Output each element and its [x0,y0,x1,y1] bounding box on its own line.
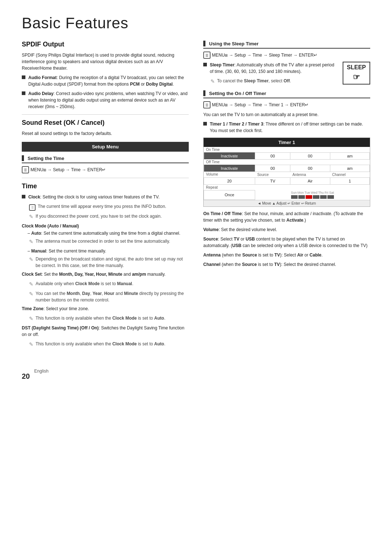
setting-time-heading: Setting the Time [22,155,189,163]
clock-bullet-text: Clock: Setting the clock is for using va… [28,194,160,200]
source-val: TV [255,177,290,184]
volume-detail: Volume: Set the desired volume level. [203,226,370,233]
off-inactivate-btn[interactable]: Inactivate [204,165,255,172]
on-min: 00 [290,152,330,159]
page-title: Basic Features [22,15,370,32]
repeat-label: Repeat [204,184,370,190]
sound-reset-title: Sound Reset (OK / Cancel) [22,119,189,127]
sound-reset-desc: Reset all sound settings to the factory … [22,130,189,137]
right-column: Using the Sleep Timer ☰ MENU⊞ → Setup → … [203,41,370,350]
section-bar-3 [203,90,205,96]
auto-item: Auto: Set the current time automatically… [28,230,189,237]
day-sat: Sat [329,191,334,194]
menu-icon: ☰ [22,166,29,173]
bullet-icon [22,195,25,198]
month-day-note: ✎ You can set the Month, Day, Year, Hour… [29,290,189,303]
clock-bullet: Clock: Setting the clock is for using va… [22,194,189,200]
spdif-bullet-1-text: Audio Format: During the reception of a … [28,74,189,87]
sleep-bullet: Sleep Timer: Automatically shuts off the… [203,62,339,75]
off-ampm: am [330,165,369,172]
sleep-box: SLEEP ☞ [343,62,370,85]
timer-table-title: Timer 1 [204,138,370,147]
day-box-mon [298,195,305,199]
section-bar [22,155,24,161]
clock-note-1: ☰ The current time will appear every tim… [29,203,189,211]
clock-note-2: ✎ If you disconnect the power cord, you … [29,213,189,221]
on-off-desc: You can set the TV to turn on automatica… [203,111,370,118]
spdif-title: SPDIF Output [22,41,189,48]
on-inactivate-btn[interactable]: Inactivate [204,152,255,159]
on-hour: 00 [255,152,290,159]
setting-time-path-text: MENU⊞ → Setup → Time → ENTER↵ [30,167,106,172]
day-fri: Fri [324,191,328,194]
antenna-detail: Antenna (when the Source is set to TV): … [203,252,370,258]
page-number: 20 [22,372,30,381]
channel-label: Channel [330,172,369,177]
auto-note: ✎ The antenna must be connected in order… [29,238,189,246]
day-wed: Wed [311,191,317,194]
source-detail: Source: Select TV or USB content to be p… [203,236,370,249]
setting-time-path: ☰ MENU⊞ → Setup → Time → ENTER↵ [22,166,189,173]
off-hour: 00 [255,165,290,172]
menu-icon-onoff: ☰ [203,101,211,108]
source-label: Source [255,172,290,177]
timer-bullet: Timer 1 / Timer 2 / Timer 3: Three diffe… [203,121,370,134]
day-box-sat [327,195,334,199]
day-box-thu [313,195,319,199]
day-tue: Tue [305,191,310,194]
timer-bullet-text: Timer 1 / Timer 2 / Timer 3: Three diffe… [210,121,370,134]
day-box-fri [320,195,327,199]
bullet-icon [22,75,25,79]
spdif-bullet-1: Audio Format: During the reception of a … [22,74,189,87]
sleep-bullet-text: Sleep Timer: Automatically shuts off the… [210,62,339,75]
on-time-label: On Time [204,147,255,152]
bullet-icon [22,91,25,95]
off-time-label: Off Time [204,159,255,165]
section-bar-2 [203,41,205,46]
page-number-area: 20 English [22,361,370,381]
spdif-bullet-2-text: Audio Delay: Correct audio-video sync pr… [28,90,189,110]
dst-note: ✎ This function is only available when t… [29,341,189,348]
spdif-intro: SPDIF (Sony Philips Digital Interface) i… [22,52,189,71]
day-mon: Mon [298,191,304,194]
note-icon-2: ✎ [29,213,33,221]
time-zone-text: Time Zone: Select your time zone. [22,305,189,312]
repeat-once: Once [204,190,255,200]
menu-icon-sleep: ☰ [203,52,211,59]
timer-table: Timer 1 On Time Inactivate 00 00 am Off … [203,137,370,207]
sleep-timer-path: ☰ MENU⊞ → Setup → Time → Sleep Timer → E… [203,52,370,59]
timer-footer: ◄ Move ▲ Adjust ↵ Enter ↩ Return [204,200,370,206]
clock-set-note: ✎ Available only when Clock Mode is set … [29,280,189,288]
hand-icon: ☞ [347,72,366,83]
day-thu: Thu [318,191,324,194]
volume-val: 20 [204,177,255,184]
bullet-icon-sleep [203,63,207,66]
sleep-box-label: SLEEP [347,64,366,71]
left-column: SPDIF Output SPDIF (Sony Philips Digital… [22,41,189,350]
day-box-wed [306,195,312,199]
clock-set-text: Clock Set: Set the Month, Day, Year, Hou… [22,271,189,278]
page-lang-label: English [34,369,48,374]
channel-val: 1 [330,177,369,184]
day-box-sun [291,195,298,199]
info-icon: ☰ [29,204,36,211]
clock-mode-heading: Clock Mode (Auto / Manual) [22,223,189,229]
off-min: 00 [290,165,330,172]
on-off-timer-heading: Setting the On / Off Timer [203,90,370,98]
antenna-val: Air [290,177,330,184]
manual-item: Manual: Set the current time manually. [28,248,189,254]
on-off-time-detail: On Time / Off Time: Set the hour, minute… [203,210,370,223]
on-off-path: ☰ MENU⊞ → Setup → Time → Timer 1 → ENTER… [203,101,370,108]
time-title: Time [22,182,189,190]
time-zone-note: ✎ This function is only available when t… [29,315,189,323]
setup-menu-bar: Setup Menu [22,142,189,152]
sleep-timer-heading: Using the Sleep Timer [203,41,370,49]
note-icon: ☰ [29,203,36,211]
bullet-icon-timer [203,122,207,126]
channel-detail: Channel (when the Source is set to TV): … [203,261,370,268]
sleep-cancel-note: ✎ To cancel the Sleep Timer, select Off. [211,78,339,85]
dst-text: DST (Daylight Saving Time) (Off / On): S… [22,325,189,338]
day-sun: Sun [291,191,297,194]
manual-note: ✎ Depending on the broadcast station and… [29,256,189,269]
antenna-label: Antenna [290,172,330,177]
